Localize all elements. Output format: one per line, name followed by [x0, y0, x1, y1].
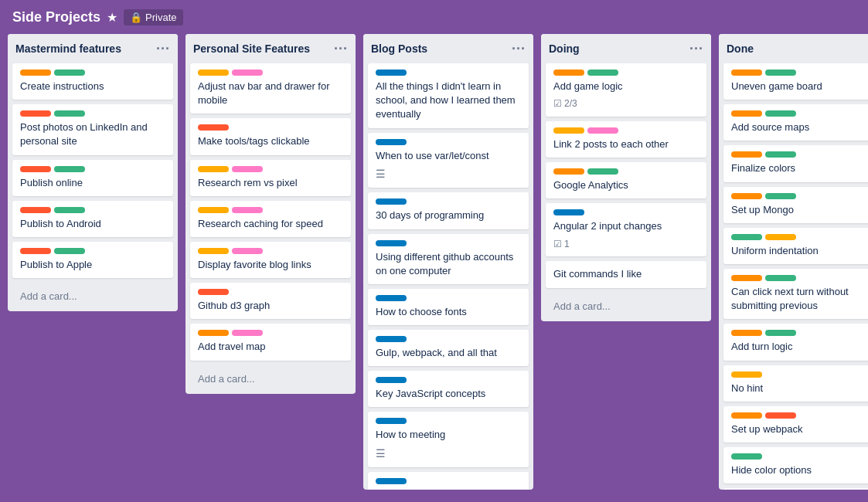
- card-labels: [376, 478, 521, 484]
- card-text: Hide color options: [731, 464, 812, 476]
- card-text: Research rem vs pixel: [198, 177, 298, 188]
- label-blue: [376, 70, 407, 76]
- label-green: [765, 330, 796, 336]
- label-pink: [587, 127, 618, 134]
- label-pink: [232, 207, 263, 213]
- table-row[interactable]: When to use var/let/const☰: [368, 133, 529, 188]
- table-row[interactable]: Key JavaScript concepts: [368, 371, 529, 407]
- card-labels: [376, 336, 521, 342]
- label-blue: [376, 295, 407, 301]
- label-green: [587, 70, 618, 76]
- table-row[interactable]: Research caching for speed: [190, 201, 351, 237]
- card-text: Post photos on LinkedIn and personal sit…: [20, 121, 148, 147]
- add-card-button-doing[interactable]: Add a card...: [546, 294, 706, 318]
- card-labels: [376, 240, 521, 246]
- card-labels: [553, 209, 699, 215]
- card-footer: ☑ 2/3: [553, 97, 699, 110]
- table-row[interactable]: Set up Node: [723, 488, 868, 490]
- label-orange: [553, 168, 584, 175]
- card-text: Github d3 graph: [198, 300, 270, 311]
- card-text: Display favorite blog links: [198, 259, 311, 270]
- label-blue: [376, 478, 407, 484]
- table-row[interactable]: How to choose fonts: [368, 289, 529, 325]
- board: Mastermind features···Create instruction…: [0, 34, 868, 502]
- table-row[interactable]: How to meeting☰: [368, 412, 529, 467]
- label-green: [54, 110, 85, 117]
- label-orange: [198, 330, 229, 336]
- column-menu-blog-posts[interactable]: ···: [512, 42, 526, 56]
- card-text: Add travel map: [198, 341, 265, 352]
- label-orange: [731, 275, 762, 281]
- star-icon[interactable]: ★: [107, 10, 117, 25]
- table-row[interactable]: Add game logic☑ 2/3: [546, 63, 706, 117]
- card-labels: [198, 207, 343, 213]
- card-labels: [20, 248, 165, 254]
- table-row[interactable]: Can click next turn without submitting p…: [723, 269, 868, 319]
- table-row[interactable]: Set up webpack: [723, 406, 868, 443]
- table-row[interactable]: Set up Mongo: [723, 187, 868, 223]
- column-header-doing: Doing···: [541, 34, 711, 60]
- table-row[interactable]: Github d3 graph: [190, 283, 351, 319]
- table-row[interactable]: Publish to Android: [12, 201, 173, 237]
- label-blue: [376, 336, 407, 342]
- table-row[interactable]: Google Analytics: [546, 162, 706, 198]
- table-row[interactable]: Angular 2 input changes☑ 1: [546, 203, 706, 256]
- table-row[interactable]: Link 2 posts to each other: [546, 121, 706, 158]
- table-row[interactable]: Git commands I like: [546, 261, 706, 287]
- card-text: Finalize colors: [731, 162, 795, 174]
- table-row[interactable]: Gulp, webpack, and all that: [368, 330, 529, 366]
- table-row[interactable]: Publish online: [12, 160, 173, 196]
- checklist-icon: ☑: [553, 97, 562, 110]
- card-labels: [731, 234, 868, 240]
- label-red: [765, 412, 796, 419]
- label-orange: [731, 151, 762, 158]
- table-row[interactable]: Using different github accounts on one c…: [368, 234, 529, 284]
- card-text: Uneven game board: [731, 80, 822, 92]
- label-pink: [232, 70, 263, 76]
- table-row[interactable]: Hide color options: [723, 447, 868, 483]
- card-text: Can click next turn without submitting p…: [731, 286, 849, 311]
- label-pink: [232, 166, 263, 172]
- add-card-button-mastermind[interactable]: Add a card...: [12, 284, 173, 308]
- card-text: Understanding gulp and sass: [376, 489, 505, 490]
- label-orange: [731, 110, 762, 117]
- table-row[interactable]: 30 days of programming: [368, 192, 529, 229]
- table-row[interactable]: No hint: [723, 365, 868, 402]
- card-labels: [731, 412, 868, 419]
- table-row[interactable]: All the things I didn't learn in school,…: [368, 63, 529, 128]
- table-row[interactable]: Uniform indentation: [723, 228, 868, 264]
- table-row[interactable]: Uneven game board: [723, 63, 868, 100]
- cards-container-mastermind: Create instructionsPost photos on Linked…: [8, 60, 178, 281]
- table-row[interactable]: Make tools/tags clickable: [190, 118, 351, 154]
- card-text: Publish to Android: [20, 218, 101, 229]
- card-text: No hint: [731, 382, 763, 394]
- label-yellow: [765, 234, 796, 240]
- label-pink: [232, 248, 263, 254]
- card-labels: [731, 275, 868, 281]
- table-row[interactable]: Research rem vs pixel: [190, 160, 351, 196]
- table-row[interactable]: Finalize colors: [723, 145, 868, 181]
- label-green: [731, 234, 762, 240]
- label-orange: [731, 70, 762, 76]
- column-menu-personal-site[interactable]: ···: [334, 42, 348, 56]
- table-row[interactable]: Understanding gulp and sass: [368, 472, 529, 490]
- table-row[interactable]: Add travel map✎: [190, 324, 351, 360]
- table-row[interactable]: Adjust nav bar and drawer for mobile: [190, 63, 351, 114]
- header: Side Projects ★ 🔒 Private: [0, 0, 868, 34]
- table-row[interactable]: Post photos on LinkedIn and personal sit…: [12, 104, 173, 154]
- label-green: [54, 166, 85, 172]
- table-row[interactable]: Create instructions: [12, 63, 173, 100]
- table-row[interactable]: Add turn logic: [723, 324, 868, 360]
- label-yellow: [198, 70, 229, 76]
- card-labels: [553, 70, 699, 76]
- column-menu-doing[interactable]: ···: [689, 42, 703, 56]
- table-row[interactable]: Publish to Apple: [12, 242, 173, 278]
- table-row[interactable]: Add source maps: [723, 104, 868, 141]
- table-row[interactable]: Display favorite blog links: [190, 242, 351, 278]
- label-orange: [20, 70, 51, 76]
- card-text: Angular 2 input changes: [553, 220, 662, 232]
- card-labels: [20, 207, 165, 213]
- card-text: Git commands I like: [553, 268, 642, 280]
- add-card-button-personal-site[interactable]: Add a card...: [190, 367, 351, 391]
- column-menu-mastermind[interactable]: ···: [156, 42, 170, 56]
